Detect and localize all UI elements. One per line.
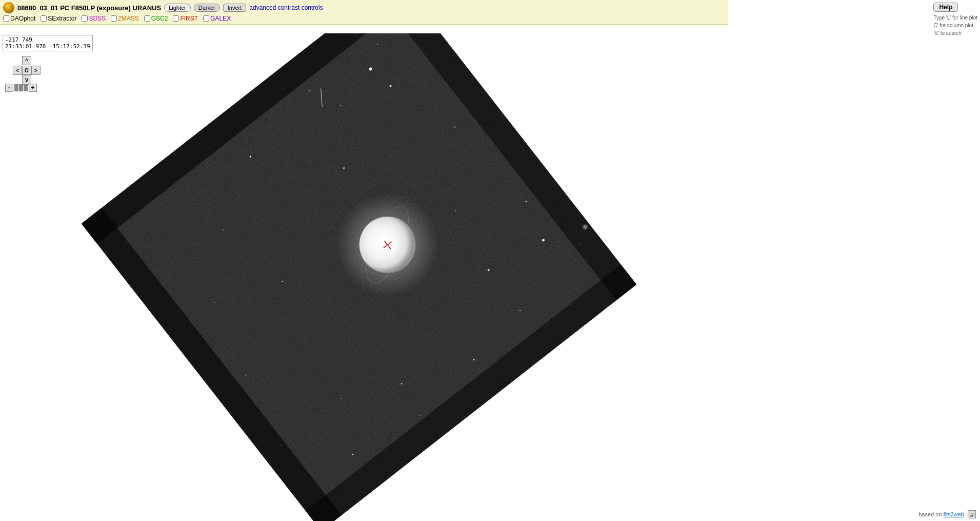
coord-radec: 21:33:01.978 -15:17:52.39 [5, 43, 90, 50]
fits2web-link[interactable]: fits2web [944, 511, 964, 517]
catalog-gsc2-label: GSC2 [151, 15, 168, 22]
catalog-first-checkbox[interactable] [173, 15, 179, 22]
advanced-controls-link[interactable]: advanced contrast controls [249, 4, 323, 11]
zoom-control: - + [5, 84, 37, 92]
help-hint1: Type 'L' for line plot [933, 14, 977, 22]
toolbar-row1: 08680_03_01 PC F850LP (exposure) URANUS … [3, 2, 725, 13]
catalog-first-label: FIRST [180, 15, 198, 22]
astronomical-image [0, 33, 980, 521]
catalog-sextractor-checkbox[interactable] [41, 15, 47, 22]
catalog-sextractor: SExtractor [41, 15, 76, 22]
zoom-in-button[interactable]: + [29, 84, 37, 92]
catalog-daophot: DAOphot [3, 15, 35, 22]
nav-left-button[interactable]: < [13, 66, 22, 75]
catalog-sextractor-label: SExtractor [48, 15, 76, 22]
zoom-out-button[interactable]: - [5, 84, 13, 92]
navigation-arrows: ^ < O > V [13, 55, 41, 85]
page-title: 08680_03_01 PC F850LP (exposure) URANUS [17, 4, 161, 12]
help-hints: Type 'L' for line plot C' for column plo… [933, 14, 977, 37]
lighter-button[interactable]: Lighter [164, 4, 191, 12]
catalog-galex: GALEX [203, 15, 231, 22]
catalog-2mass-checkbox[interactable] [111, 15, 117, 22]
image-container [0, 33, 980, 521]
catalog-sdss-label: SDSS [89, 15, 106, 22]
coord-xy: -217 749 [5, 36, 90, 43]
catalog-sdss: SDSS [82, 15, 106, 22]
catalog-2mass-label: 2MASS [118, 15, 139, 22]
nav-center-button[interactable]: O [22, 66, 31, 75]
catalog-first: FIRST [173, 15, 198, 22]
zoom-bar [14, 84, 28, 91]
credit-text: based on fits2web 🖨 [918, 510, 976, 518]
zoom-segment-1 [14, 84, 18, 91]
catalog-2mass: 2MASS [111, 15, 139, 22]
zoom-segment-2 [19, 84, 23, 91]
catalog-daophot-checkbox[interactable] [3, 15, 9, 22]
darker-button[interactable]: Darker [194, 4, 220, 12]
catalog-daophot-label: DAOphot [10, 15, 35, 22]
catalog-gsc2: GSC2 [144, 15, 168, 22]
credit-label: based on [918, 511, 943, 517]
catalog-sdss-checkbox[interactable] [82, 15, 88, 22]
zoom-segment-3 [24, 84, 28, 91]
nav-up-button[interactable]: ^ [22, 56, 31, 65]
help-panel: Help Type 'L' for line plot C' for colum… [933, 3, 977, 37]
invert-button[interactable]: Invert [223, 4, 247, 12]
nav-right-button[interactable]: > [31, 66, 41, 75]
toolbar: 08680_03_01 PC F850LP (exposure) URANUS … [0, 0, 728, 25]
help-button[interactable]: Help [933, 3, 958, 12]
catalog-gsc2-checkbox[interactable] [144, 15, 150, 22]
catalog-row: DAOphot SExtractor SDSS 2MASS GSC2 FIRST… [3, 15, 725, 22]
catalog-galex-label: GALEX [210, 15, 231, 22]
help-hint2: C' for column plot [933, 22, 977, 29]
help-hint3: 'S' to search [933, 29, 977, 37]
catalog-galex-checkbox[interactable] [203, 15, 209, 22]
coord-display: -217 749 21:33:01.978 -15:17:52.39 [3, 35, 93, 51]
print-icon[interactable]: 🖨 [968, 510, 976, 518]
logo-icon [3, 2, 14, 13]
